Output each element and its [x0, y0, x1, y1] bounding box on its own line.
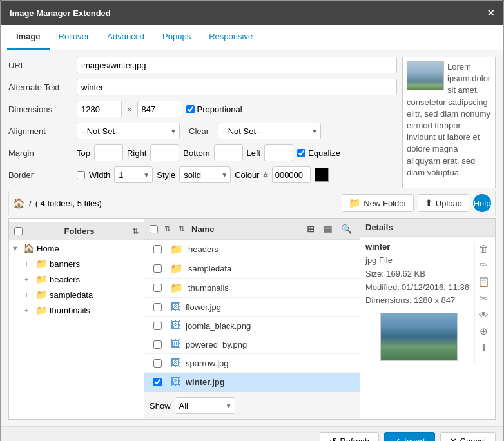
info-icon[interactable]: ℹ: [482, 342, 486, 354]
list-item[interactable]: 🖼 flower.jpg: [144, 298, 360, 317]
item-name: flower.jpg: [186, 302, 354, 312]
list-item[interactable]: 🖼 powered_by.png: [144, 335, 360, 354]
list-view-icon[interactable]: ▤: [321, 222, 334, 235]
item-cb[interactable]: [153, 340, 162, 349]
copy-icon[interactable]: 📋: [478, 276, 490, 288]
headers-folder-icon: 📁: [36, 274, 47, 284]
cancel-button[interactable]: ✕ Cancel: [440, 432, 496, 441]
equalize-checkbox[interactable]: [297, 149, 305, 157]
margin-top-input[interactable]: [94, 144, 123, 161]
colour-swatch[interactable]: [315, 168, 329, 182]
sort-icon[interactable]: ⇅: [132, 227, 139, 236]
width-input[interactable]: [77, 101, 122, 117]
tree-item-home[interactable]: ▼ 🏠 Home: [9, 240, 144, 256]
item-name: thumbnails: [188, 283, 354, 293]
close-icon[interactable]: ×: [487, 7, 494, 19]
home-expand-icon: ▼: [12, 244, 21, 252]
preview-content: Lorem ipsum dolor sit amet, consetetur s…: [407, 61, 491, 179]
grid-view-icon[interactable]: ⊞: [304, 222, 317, 235]
alt-input[interactable]: [77, 79, 397, 95]
sort-desc-button[interactable]: ⇅: [177, 224, 186, 233]
files-select-all[interactable]: [150, 225, 158, 233]
alignment-label: Alignment: [8, 126, 73, 136]
details-size-label: Size:: [365, 269, 384, 279]
scissors-icon[interactable]: ✂: [480, 293, 488, 304]
item-checkbox-col: [150, 340, 165, 349]
home-icon[interactable]: 🏠: [13, 197, 25, 209]
dimensions-label: Dimensions: [8, 104, 73, 114]
clear-select[interactable]: --Not Set-- left right both: [218, 122, 321, 139]
equalize-label: Equalize: [297, 148, 340, 158]
headers-expand-icon: +: [24, 275, 34, 283]
tab-popups[interactable]: Popups: [153, 25, 200, 50]
alignment-select[interactable]: --Not Set-- left center right: [77, 122, 180, 139]
tree-item-sampledata[interactable]: + 📁 sampledata: [9, 287, 144, 302]
dialog-title: Image Manager Extended: [10, 8, 111, 18]
item-cb[interactable]: [153, 322, 162, 330]
list-item[interactable]: 📁 headers: [144, 240, 360, 259]
tab-bar: Image Rollover Advanced Popups Responsiv…: [1, 25, 503, 50]
search-icon[interactable]: 🔍: [338, 222, 354, 235]
url-input[interactable]: [77, 57, 397, 74]
item-cb[interactable]: [153, 359, 162, 368]
tab-rollover[interactable]: Rollover: [50, 25, 99, 50]
delete-icon[interactable]: 🗑: [479, 243, 489, 254]
proportional-label: Proportional: [186, 104, 242, 114]
list-item[interactable]: 📁 thumbnails: [144, 279, 360, 298]
border-width-select[interactable]: 123: [114, 166, 153, 183]
details-modified-value: 01/12/2016, 11:36: [402, 282, 469, 292]
list-item[interactable]: 🖼 sparrow.jpg: [144, 354, 360, 373]
show-select[interactable]: All Images Documents: [175, 397, 235, 414]
tab-advanced[interactable]: Advanced: [98, 25, 153, 50]
tree-item-banners[interactable]: + 📁 banners: [9, 256, 144, 271]
item-name: winter.jpg: [186, 377, 354, 387]
colour-hex-input[interactable]: [272, 166, 311, 183]
file-browser: Folders ⇅ ▼ 🏠 Home + 📁 banners + 📁: [8, 218, 496, 420]
tree-item-thumbnails[interactable]: + 📁 thumbnails: [9, 302, 144, 318]
sampledata-folder-icon: 📁: [36, 289, 47, 300]
tab-responsive[interactable]: Responsive: [200, 25, 262, 50]
upload-button[interactable]: ⬆ Upload: [418, 194, 469, 212]
tree-banners-label: banners: [50, 259, 80, 269]
new-folder-button[interactable]: 📁 New Folder: [342, 194, 413, 212]
sort-asc-button[interactable]: ⇅: [163, 224, 172, 233]
insert-button[interactable]: ✓ Insert: [384, 432, 435, 441]
view-icon[interactable]: 👁: [479, 309, 489, 320]
x-separator: ×: [126, 104, 133, 114]
files-header: ⇅ ⇅ Name ⊞ ▤ 🔍: [144, 219, 360, 240]
item-cb[interactable]: [153, 245, 162, 253]
details-wrap: winter jpg File Size: 169.62 KB Modified…: [365, 242, 490, 364]
item-cb[interactable]: [153, 378, 162, 386]
border-style-select[interactable]: soliddasheddotteddouble: [179, 166, 231, 183]
proportional-checkbox[interactable]: [186, 105, 195, 113]
show-label: Show: [150, 401, 171, 411]
item-name: joomla_black.png: [186, 321, 354, 331]
duplicate-icon[interactable]: ⊕: [480, 326, 488, 337]
height-input[interactable]: [137, 101, 182, 117]
item-cb[interactable]: [153, 284, 162, 292]
margin-bottom-input[interactable]: [214, 144, 243, 161]
folders-select-all[interactable]: [14, 227, 23, 235]
list-item-selected[interactable]: 🖼 winter.jpg: [144, 373, 360, 391]
dimensions-row: Dimensions × Proportional: [8, 101, 397, 117]
item-cb[interactable]: [153, 303, 162, 311]
item-checkbox-col: [150, 264, 165, 273]
folders-header-label: Folders: [64, 226, 95, 236]
tab-image[interactable]: Image: [7, 25, 50, 50]
files-header-label: Name: [191, 224, 214, 234]
item-name: headers: [188, 244, 354, 254]
tree-item-headers[interactable]: + 📁 headers: [9, 271, 144, 287]
refresh-button[interactable]: ↺ Refresh: [320, 432, 379, 441]
border-width-wrap: 123 ▼: [114, 166, 153, 183]
margin-left-input[interactable]: [264, 144, 293, 161]
item-checkbox-col: [150, 303, 165, 311]
border-checkbox[interactable]: [77, 171, 85, 179]
edit-icon[interactable]: ✏: [480, 259, 488, 271]
details-dimensions-label: Dimensions:: [365, 295, 412, 305]
help-button[interactable]: Help: [473, 194, 491, 212]
banners-folder-icon: 📁: [36, 259, 47, 269]
item-cb[interactable]: [153, 264, 162, 273]
margin-right-input[interactable]: [150, 144, 179, 161]
list-item[interactable]: 📁 sampledata: [144, 259, 360, 279]
list-item[interactable]: 🖼 joomla_black.png: [144, 317, 360, 335]
